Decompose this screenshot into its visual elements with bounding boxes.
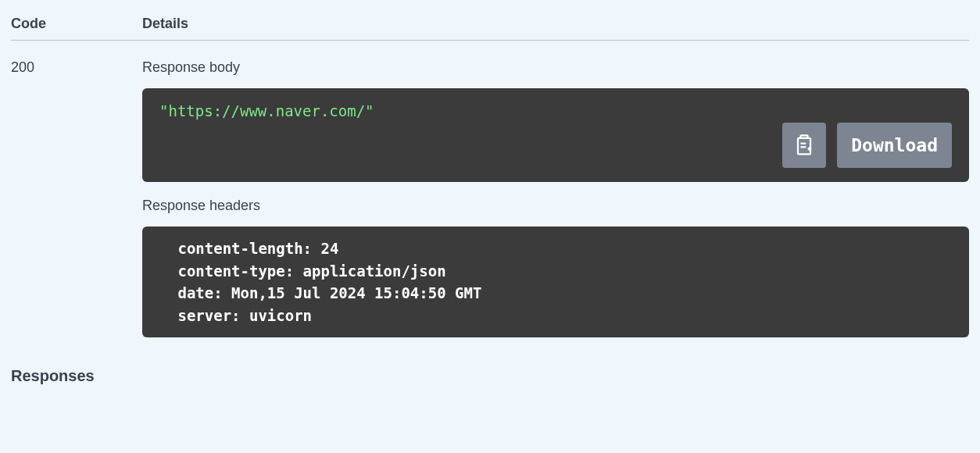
svg-rect-0 (798, 138, 810, 155)
response-body-actions: Download (782, 123, 952, 168)
response-headers-label: Response headers (142, 198, 969, 214)
details-column-header: Details (142, 16, 188, 31)
response-body-content: "https://www.naver.com/" (159, 102, 374, 119)
response-body-block: "https://www.naver.com/" Download (142, 88, 969, 182)
download-button[interactable]: Download (837, 123, 952, 168)
response-headers-block: content-length: 24 content-type: applica… (142, 226, 969, 337)
response-body-label: Response body (142, 59, 969, 76)
copy-button[interactable] (782, 123, 826, 168)
response-table-header: Code Details (11, 8, 969, 41)
clipboard-icon (793, 133, 815, 158)
code-column-header: Code (11, 16, 46, 31)
status-code: 200 (11, 59, 34, 75)
response-headers-content: content-length: 24 content-type: applica… (169, 237, 942, 326)
responses-section-heading: Responses (11, 367, 969, 385)
response-row: 200 Response body "https://www.naver.com… (11, 41, 969, 353)
